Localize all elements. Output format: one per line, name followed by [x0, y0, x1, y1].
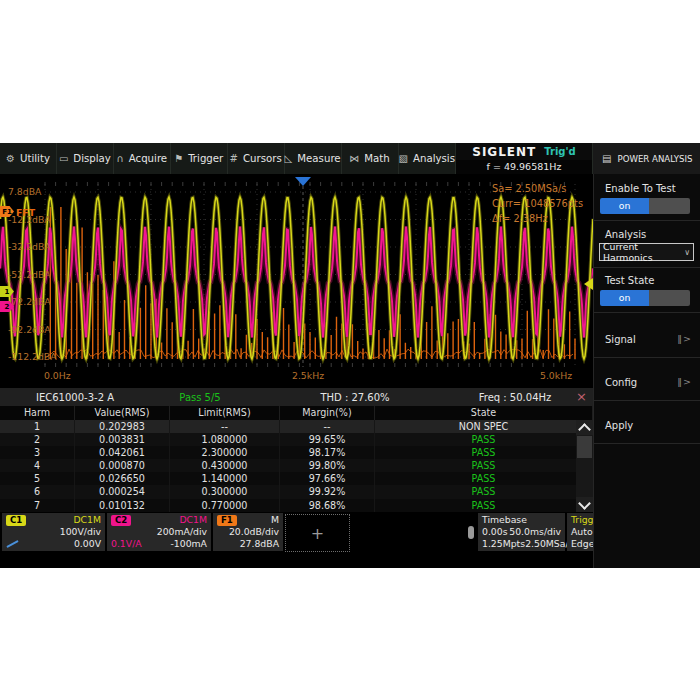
timebase-points: 1.25Mpts [482, 538, 525, 550]
toggle-on-state: on [600, 290, 649, 306]
apply-button[interactable]: Apply [605, 420, 633, 431]
timebase-title: Timebase [482, 514, 527, 526]
col-limit: Limit(RMS) [170, 406, 280, 420]
siglent-logo: SIGLENT [472, 145, 536, 159]
trigger-type: Edge [571, 538, 594, 550]
c2-offset: -100mA [170, 538, 207, 550]
oscilloscope-screen: ⚙Utility ▭Display ∩Acquire ⚑Trigger #Cur… [0, 143, 700, 568]
f1-mode: M [271, 514, 279, 526]
add-channel-slot[interactable]: + [285, 514, 350, 552]
col-state: State [375, 406, 593, 420]
config-menu-item[interactable]: Config [605, 377, 637, 388]
state-badge: PASS [375, 446, 593, 459]
analysis-selected-value: Current Harmonics [603, 241, 684, 263]
enable-to-test-label: Enable To Test [605, 183, 676, 194]
menu-label: Utility [20, 153, 50, 164]
menu-math[interactable]: ⋈Math [342, 143, 399, 174]
menu-measure[interactable]: ◺Measure [285, 143, 342, 174]
trigger-level-marker[interactable] [584, 278, 593, 290]
measure-icon: ◺ [285, 153, 293, 164]
col-harm: Harm [0, 406, 75, 420]
chevron-down-icon [578, 497, 591, 510]
acquisition-readout: Sa= 2.50MSa/s Curr= 1048576pts Δf= 2.38H… [492, 181, 583, 226]
table-row[interactable]: 70.0101320.77000098.68%PASS [0, 499, 593, 512]
f1-descriptor[interactable]: F1M 20.0dB/div 27.8dBA [213, 513, 283, 551]
table-row[interactable]: 60.0002540.30000099.92%PASS [0, 485, 593, 498]
trigger-status: Trig'd [544, 146, 575, 157]
table-row[interactable]: 30.0420612.30000098.17%PASS [0, 446, 593, 459]
slope-icon [6, 540, 18, 548]
col-value: Value(RMS) [75, 406, 170, 420]
menu-analysis[interactable]: ▧Analysis [399, 143, 456, 174]
table-header-row: Harm Value(RMS) Limit(RMS) Margin(%) Sta… [0, 406, 593, 420]
f1-scale: 20.0dB/div [229, 526, 279, 538]
sample-rate: Sa= 2.50MSa/s [492, 181, 583, 196]
standard-name: IEC61000-3-2 A [0, 392, 150, 403]
trigger-position-marker[interactable] [295, 177, 311, 186]
test-state-label: Test State [605, 275, 654, 286]
submenu-arrow-icon: ‖> [677, 376, 692, 387]
toggle-off-track [649, 290, 690, 306]
c2-coupling: DC1M [179, 514, 207, 526]
state-badge: PASS [375, 499, 593, 512]
display-icon: ▭ [59, 153, 68, 164]
signal-menu-item[interactable]: Signal [605, 334, 636, 345]
c1-scale: 100V/div [60, 526, 101, 538]
menu-bar: ⚙Utility ▭Display ∩Acquire ⚑Trigger #Cur… [0, 143, 700, 174]
menu-acquire[interactable]: ∩Acquire [114, 143, 171, 174]
thd-readout: THD : 27.60% [250, 392, 460, 403]
submenu-arrow-icon: ‖> [677, 333, 692, 344]
menu-label: Acquire [129, 153, 167, 164]
toggle-off-track [649, 198, 690, 214]
c1-offset: 0.00V [74, 538, 101, 550]
c2-probe: 0.1V/A [111, 538, 142, 550]
trigger-mode: Auto [571, 526, 593, 538]
c2-scale: 200mA/div [157, 526, 207, 538]
harmonics-table: IEC61000-3-2 A Pass 5/5 THD : 27.60% Fre… [0, 388, 593, 512]
scrollbar-thumb[interactable] [577, 436, 592, 458]
table-summary-row: IEC61000-3-2 A Pass 5/5 THD : 27.60% Fre… [0, 388, 593, 406]
freq-readout: Freq : 50.04Hz [460, 392, 570, 403]
test-state-toggle[interactable]: on [600, 290, 690, 306]
flag-icon: ⚑ [174, 153, 183, 164]
toggle-on-state: on [600, 198, 649, 214]
state-badge: PASS [375, 459, 593, 472]
menu-display[interactable]: ▭Display [57, 143, 114, 174]
analysis-icon: ▧ [399, 153, 408, 164]
state-badge: PASS [375, 472, 593, 485]
chevron-down-icon: ∨ [684, 248, 690, 257]
menu-trigger[interactable]: ⚑Trigger [171, 143, 228, 174]
frequency-readout: f = 49.96581Hz [456, 160, 592, 174]
channel2-descriptor[interactable]: C2DC1M 200mA/div 0.1V/A-100mA [107, 513, 211, 551]
math-icon: ⋈ [349, 153, 359, 164]
table-row[interactable]: 20.0038311.08000099.65%PASS [0, 433, 593, 446]
timebase-box[interactable]: Timebase 0.00s50.0ms/div 1.25Mpts2.50MSa… [478, 513, 565, 551]
scroll-up-button[interactable] [576, 420, 593, 435]
gear-icon: ⚙ [6, 153, 15, 164]
table-row[interactable]: 50.0266501.14000097.66%PASS [0, 472, 593, 485]
channel1-descriptor[interactable]: C1DC1M 100V/div 0.00V [2, 513, 105, 551]
table-row[interactable]: 40.0008700.43000099.80%PASS [0, 459, 593, 472]
acquire-icon: ∩ [116, 153, 123, 164]
drag-handle[interactable] [468, 526, 474, 539]
power-analysis-panel: Enable To Test on Analysis Current Harmo… [593, 174, 700, 568]
power-analysis-header: ▤ POWER ANALYSIS [593, 143, 700, 174]
menu-cursors[interactable]: #Cursors [228, 143, 285, 174]
sidebar-title: POWER ANALYSIS [617, 154, 692, 164]
waveform-area: 7.8dBA -12.2dBA -32.2dBA -52.2dBA -72.2d… [0, 174, 593, 386]
menu-utility[interactable]: ⚙Utility [0, 143, 57, 174]
scroll-down-button[interactable] [576, 497, 593, 512]
table-scrollbar[interactable] [576, 420, 593, 512]
analysis-label: Analysis [605, 229, 646, 240]
document-icon: ▤ [602, 153, 611, 164]
timebase-delay: 0.00s [482, 526, 508, 538]
menu-label: Analysis [413, 153, 455, 164]
close-icon[interactable]: × [570, 388, 593, 406]
analysis-dropdown[interactable]: Current Harmonics ∨ [599, 243, 694, 261]
menu-label: Measure [297, 153, 340, 164]
delta-f: Δf= 2.38Hz [492, 211, 583, 226]
state-badge: PASS [375, 433, 593, 446]
table-row[interactable]: 10.202983----NON SPEC [0, 420, 593, 433]
state-badge: PASS [375, 485, 593, 498]
enable-to-test-toggle[interactable]: on [600, 198, 690, 214]
